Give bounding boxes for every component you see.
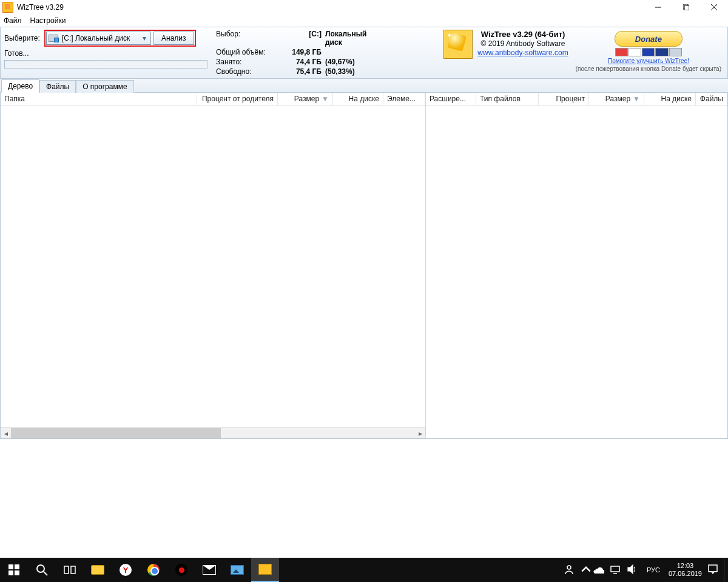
scroll-right-arrow-icon[interactable]: ▸ <box>415 428 425 438</box>
info-used-pct: (49,67%) <box>325 58 380 66</box>
brand-area: WizTree v3.29 (64-бит) © 2019 Antibody S… <box>440 27 727 78</box>
scroll-left-arrow-icon[interactable]: ◂ <box>1 428 11 438</box>
tab-about[interactable]: О программе <box>76 80 133 93</box>
svg-rect-6 <box>15 564 19 569</box>
donate-column: Donate Помогите улучшить WizTree! (после… <box>573 30 724 73</box>
photos-icon <box>231 565 244 575</box>
taskbar-yandex[interactable]: Y <box>112 558 140 582</box>
taskbar: Y РУС 12:03 07.06.2019 <box>0 558 728 582</box>
col-percent-parent[interactable]: Процент от родителя <box>197 93 278 105</box>
col-size-r[interactable]: Размер▼ <box>589 93 644 105</box>
info-used-label: Занято: <box>216 58 277 66</box>
svg-marker-16 <box>628 565 633 574</box>
donate-button-label: Donate <box>635 35 662 44</box>
start-button[interactable] <box>0 558 28 582</box>
scroll-track[interactable] <box>11 428 415 438</box>
svg-point-13 <box>567 566 571 569</box>
chevron-down-icon: ▾ <box>140 34 149 42</box>
svg-rect-11 <box>64 566 69 574</box>
types-column-header: Расшире... Тип файлов Процент Размер▼ На… <box>426 93 727 105</box>
info-free-value: 75,4 ГБ <box>277 67 325 76</box>
window-title: WizTree v3.29 <box>17 3 64 12</box>
app-window: WizTree v3.29 Файл Настройки Выберите: [… <box>0 0 728 582</box>
payment-cards-icon <box>615 48 682 56</box>
scroll-thumb[interactable] <box>11 428 221 438</box>
donate-button[interactable]: Donate <box>615 31 682 47</box>
col-ondisk-r[interactable]: На диске <box>644 93 696 105</box>
close-button[interactable] <box>700 0 728 15</box>
yandex-icon: Y <box>120 564 132 576</box>
drive-info: Выбор: [C:] Локальный диск Общий объём: … <box>211 27 385 78</box>
types-body[interactable] <box>426 105 727 438</box>
taskbar-wiztree[interactable] <box>251 558 279 582</box>
titlebar: WizTree v3.29 <box>0 0 728 15</box>
info-total-value: 149,8 ГБ <box>277 48 325 56</box>
wiztree-icon <box>258 564 272 575</box>
taskbar-photos[interactable] <box>223 558 251 582</box>
col-ext[interactable]: Расшире... <box>426 93 476 105</box>
minimize-button[interactable] <box>644 0 672 15</box>
content-panes: Папка Процент от родителя Размер▼ На дис… <box>0 93 728 439</box>
donate-note[interactable]: Помогите улучшить WizTree! <box>608 58 689 64</box>
tray-network-icon[interactable] <box>609 563 626 577</box>
taskbar-chrome[interactable] <box>140 558 167 582</box>
svg-line-10 <box>44 572 47 575</box>
col-size[interactable]: Размер▼ <box>278 93 333 105</box>
drive-combobox[interactable]: [C:] Локальный диск ▾ <box>46 32 151 45</box>
tray-chevron-up-icon[interactable] <box>580 563 592 577</box>
tray-onedrive-icon[interactable] <box>592 563 609 577</box>
tray-notifications-icon[interactable] <box>707 563 724 577</box>
tray-volume-icon[interactable] <box>626 563 643 577</box>
tray-clock[interactable]: 12:03 07.06.2019 <box>664 562 707 578</box>
tree-column-header: Папка Процент от родителя Размер▼ На дис… <box>1 93 425 105</box>
people-button[interactable] <box>563 563 580 577</box>
show-desktop-button[interactable] <box>724 558 728 582</box>
brand-line1: WizTree v3.29 (64-бит) <box>481 30 565 39</box>
info-total-label: Общий объём: <box>216 48 277 56</box>
taskbar-mail[interactable] <box>195 558 223 582</box>
brand-text: WizTree v3.29 (64-бит) © 2019 Antibody S… <box>477 30 568 58</box>
menu-file[interactable]: Файл <box>4 16 22 25</box>
app-icon <box>2 2 13 13</box>
col-type[interactable]: Тип файлов <box>476 93 539 105</box>
brand-line2: © 2019 Antibody Software <box>481 39 565 48</box>
col-percent[interactable]: Процент <box>539 93 589 105</box>
chrome-icon <box>147 564 160 576</box>
taskbar-right: РУС 12:03 07.06.2019 <box>563 558 728 582</box>
tree-hscrollbar[interactable]: ◂ ▸ <box>1 427 425 438</box>
toolbar-left: Выберите: [C:] Локальный диск ▾ Анализ Г… <box>1 27 211 78</box>
analyze-button-label: Анализ <box>161 34 186 42</box>
drive-select-row: Выберите: [C:] Локальный диск ▾ Анализ <box>4 30 207 47</box>
menu-settings[interactable]: Настройки <box>30 16 66 25</box>
col-ondisk[interactable]: На диске <box>333 93 383 105</box>
tree-pane: Папка Процент от родителя Размер▼ На дис… <box>1 93 426 438</box>
search-button[interactable] <box>28 558 56 582</box>
tray-date: 07.06.2019 <box>669 570 702 578</box>
tree-body[interactable] <box>1 105 425 427</box>
svg-point-9 <box>37 565 44 572</box>
svg-rect-2 <box>684 5 689 10</box>
mail-icon <box>203 565 216 575</box>
tabs: Дерево Файлы О программе <box>0 79 728 93</box>
brand-icon <box>443 30 473 59</box>
folder-icon <box>91 565 104 575</box>
drive-combobox-text: [C:] Локальный диск <box>62 34 140 42</box>
svg-rect-17 <box>709 565 717 572</box>
svg-rect-5 <box>8 564 13 569</box>
col-elements[interactable]: Элеме... <box>383 93 425 105</box>
taskbar-left: Y <box>0 558 279 582</box>
info-free-label: Свободно: <box>216 67 277 76</box>
col-files[interactable]: Файлы <box>696 93 727 105</box>
taskbar-explorer[interactable] <box>84 558 112 582</box>
maximize-button[interactable] <box>672 0 700 15</box>
tab-tree[interactable]: Дерево <box>1 79 39 93</box>
tray-language[interactable]: РУС <box>643 566 664 574</box>
brand-link[interactable]: www.antibody-software.com <box>477 48 568 58</box>
progress-bar <box>4 60 207 69</box>
taskview-button[interactable] <box>56 558 84 582</box>
svg-rect-7 <box>8 570 13 575</box>
col-folder[interactable]: Папка <box>1 93 197 105</box>
taskbar-recorder[interactable] <box>167 558 195 582</box>
tab-files[interactable]: Файлы <box>39 80 76 93</box>
analyze-button[interactable]: Анализ <box>153 32 194 45</box>
